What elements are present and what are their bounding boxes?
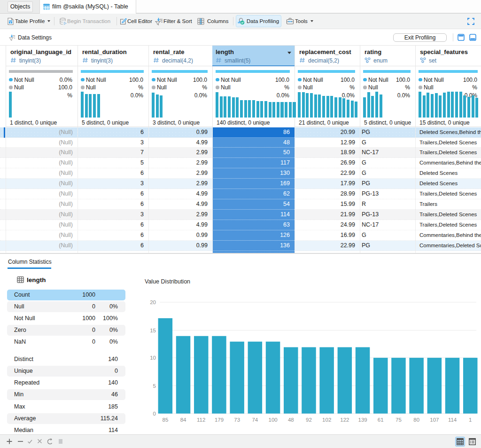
svg-text:85: 85: [163, 417, 169, 423]
svg-text:1: 1: [469, 417, 472, 423]
svg-text:75: 75: [396, 417, 402, 423]
svg-text:112: 112: [197, 417, 205, 423]
svg-text:122: 122: [340, 417, 349, 423]
svg-text:Value Distribution: Value Distribution: [145, 278, 190, 285]
svg-text:84: 84: [180, 417, 186, 423]
svg-text:114: 114: [448, 417, 457, 423]
svg-text:20: 20: [150, 299, 156, 305]
svg-text:48: 48: [288, 417, 294, 423]
svg-text:179: 179: [215, 417, 224, 423]
svg-text:92: 92: [306, 417, 312, 423]
svg-text:15: 15: [150, 328, 156, 333]
svg-text:100: 100: [269, 417, 278, 423]
svg-text:73: 73: [234, 417, 240, 423]
svg-text:61: 61: [378, 417, 384, 423]
svg-text:107: 107: [430, 417, 439, 423]
svg-text:139: 139: [358, 417, 367, 423]
svg-text:10: 10: [150, 355, 156, 361]
svg-text:80: 80: [413, 417, 419, 423]
svg-text:102: 102: [322, 417, 331, 423]
svg-text:74: 74: [252, 417, 258, 423]
svg-text:5: 5: [153, 383, 156, 389]
svg-text:0: 0: [153, 411, 156, 417]
